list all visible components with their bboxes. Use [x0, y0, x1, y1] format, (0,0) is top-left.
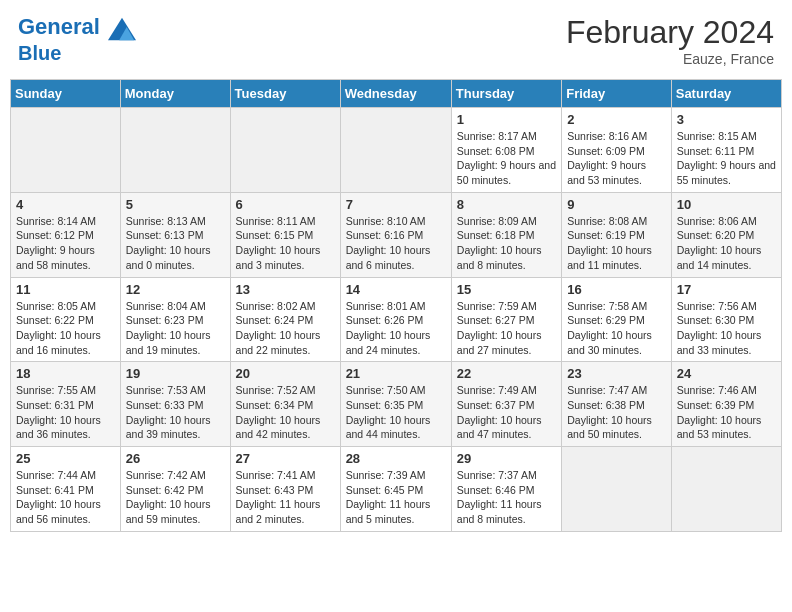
calendar-cell: 23Sunrise: 7:47 AMSunset: 6:38 PMDayligh… — [562, 362, 672, 447]
calendar-cell: 29Sunrise: 7:37 AMSunset: 6:46 PMDayligh… — [451, 447, 561, 532]
day-number: 13 — [236, 282, 335, 297]
day-info: Sunrise: 7:37 AMSunset: 6:46 PMDaylight:… — [457, 468, 556, 527]
weekday-header: Saturday — [671, 80, 781, 108]
day-number: 1 — [457, 112, 556, 127]
day-number: 27 — [236, 451, 335, 466]
day-number: 9 — [567, 197, 666, 212]
day-number: 15 — [457, 282, 556, 297]
calendar-cell: 4Sunrise: 8:14 AMSunset: 6:12 PMDaylight… — [11, 192, 121, 277]
weekday-header-row: SundayMondayTuesdayWednesdayThursdayFrid… — [11, 80, 782, 108]
calendar-cell: 11Sunrise: 8:05 AMSunset: 6:22 PMDayligh… — [11, 277, 121, 362]
day-number: 7 — [346, 197, 446, 212]
day-info: Sunrise: 8:10 AMSunset: 6:16 PMDaylight:… — [346, 214, 446, 273]
calendar-cell: 1Sunrise: 8:17 AMSunset: 6:08 PMDaylight… — [451, 108, 561, 193]
logo-blue: Blue — [18, 42, 136, 64]
calendar-cell: 16Sunrise: 7:58 AMSunset: 6:29 PMDayligh… — [562, 277, 672, 362]
calendar-cell: 17Sunrise: 7:56 AMSunset: 6:30 PMDayligh… — [671, 277, 781, 362]
day-number: 2 — [567, 112, 666, 127]
day-info: Sunrise: 7:56 AMSunset: 6:30 PMDaylight:… — [677, 299, 776, 358]
weekday-header: Monday — [120, 80, 230, 108]
calendar-cell — [11, 108, 121, 193]
calendar-cell — [671, 447, 781, 532]
calendar-week-row: 18Sunrise: 7:55 AMSunset: 6:31 PMDayligh… — [11, 362, 782, 447]
day-number: 4 — [16, 197, 115, 212]
weekday-header: Tuesday — [230, 80, 340, 108]
calendar-cell: 5Sunrise: 8:13 AMSunset: 6:13 PMDaylight… — [120, 192, 230, 277]
day-number: 18 — [16, 366, 115, 381]
day-number: 17 — [677, 282, 776, 297]
day-info: Sunrise: 8:16 AMSunset: 6:09 PMDaylight:… — [567, 129, 666, 188]
calendar-cell: 6Sunrise: 8:11 AMSunset: 6:15 PMDaylight… — [230, 192, 340, 277]
day-info: Sunrise: 8:05 AMSunset: 6:22 PMDaylight:… — [16, 299, 115, 358]
day-number: 26 — [126, 451, 225, 466]
calendar-cell: 24Sunrise: 7:46 AMSunset: 6:39 PMDayligh… — [671, 362, 781, 447]
day-info: Sunrise: 8:06 AMSunset: 6:20 PMDaylight:… — [677, 214, 776, 273]
calendar-cell: 22Sunrise: 7:49 AMSunset: 6:37 PMDayligh… — [451, 362, 561, 447]
logo-text: General — [18, 14, 136, 42]
day-info: Sunrise: 7:44 AMSunset: 6:41 PMDaylight:… — [16, 468, 115, 527]
day-info: Sunrise: 8:14 AMSunset: 6:12 PMDaylight:… — [16, 214, 115, 273]
day-info: Sunrise: 8:17 AMSunset: 6:08 PMDaylight:… — [457, 129, 556, 188]
day-number: 6 — [236, 197, 335, 212]
day-info: Sunrise: 8:15 AMSunset: 6:11 PMDaylight:… — [677, 129, 776, 188]
calendar-cell: 27Sunrise: 7:41 AMSunset: 6:43 PMDayligh… — [230, 447, 340, 532]
day-number: 19 — [126, 366, 225, 381]
calendar-cell: 26Sunrise: 7:42 AMSunset: 6:42 PMDayligh… — [120, 447, 230, 532]
day-number: 12 — [126, 282, 225, 297]
calendar-cell — [562, 447, 672, 532]
calendar-cell: 21Sunrise: 7:50 AMSunset: 6:35 PMDayligh… — [340, 362, 451, 447]
day-number: 16 — [567, 282, 666, 297]
day-number: 29 — [457, 451, 556, 466]
day-info: Sunrise: 7:46 AMSunset: 6:39 PMDaylight:… — [677, 383, 776, 442]
day-number: 8 — [457, 197, 556, 212]
day-info: Sunrise: 7:47 AMSunset: 6:38 PMDaylight:… — [567, 383, 666, 442]
location: Eauze, France — [566, 51, 774, 67]
calendar-cell: 14Sunrise: 8:01 AMSunset: 6:26 PMDayligh… — [340, 277, 451, 362]
calendar-table: SundayMondayTuesdayWednesdayThursdayFrid… — [10, 79, 782, 532]
month-year: February 2024 — [566, 14, 774, 51]
day-number: 20 — [236, 366, 335, 381]
weekday-header: Wednesday — [340, 80, 451, 108]
day-info: Sunrise: 7:50 AMSunset: 6:35 PMDaylight:… — [346, 383, 446, 442]
calendar-week-row: 11Sunrise: 8:05 AMSunset: 6:22 PMDayligh… — [11, 277, 782, 362]
day-info: Sunrise: 7:59 AMSunset: 6:27 PMDaylight:… — [457, 299, 556, 358]
day-number: 5 — [126, 197, 225, 212]
day-info: Sunrise: 7:39 AMSunset: 6:45 PMDaylight:… — [346, 468, 446, 527]
day-info: Sunrise: 8:02 AMSunset: 6:24 PMDaylight:… — [236, 299, 335, 358]
calendar-cell: 20Sunrise: 7:52 AMSunset: 6:34 PMDayligh… — [230, 362, 340, 447]
calendar-cell: 10Sunrise: 8:06 AMSunset: 6:20 PMDayligh… — [671, 192, 781, 277]
day-number: 24 — [677, 366, 776, 381]
calendar-cell — [120, 108, 230, 193]
calendar-cell: 15Sunrise: 7:59 AMSunset: 6:27 PMDayligh… — [451, 277, 561, 362]
calendar-cell: 7Sunrise: 8:10 AMSunset: 6:16 PMDaylight… — [340, 192, 451, 277]
calendar-cell: 18Sunrise: 7:55 AMSunset: 6:31 PMDayligh… — [11, 362, 121, 447]
weekday-header: Thursday — [451, 80, 561, 108]
logo: General Blue — [18, 14, 136, 64]
day-info: Sunrise: 8:08 AMSunset: 6:19 PMDaylight:… — [567, 214, 666, 273]
day-number: 23 — [567, 366, 666, 381]
calendar-cell: 28Sunrise: 7:39 AMSunset: 6:45 PMDayligh… — [340, 447, 451, 532]
day-info: Sunrise: 7:53 AMSunset: 6:33 PMDaylight:… — [126, 383, 225, 442]
day-number: 3 — [677, 112, 776, 127]
day-info: Sunrise: 7:49 AMSunset: 6:37 PMDaylight:… — [457, 383, 556, 442]
day-number: 11 — [16, 282, 115, 297]
day-info: Sunrise: 8:09 AMSunset: 6:18 PMDaylight:… — [457, 214, 556, 273]
day-info: Sunrise: 8:13 AMSunset: 6:13 PMDaylight:… — [126, 214, 225, 273]
day-info: Sunrise: 8:11 AMSunset: 6:15 PMDaylight:… — [236, 214, 335, 273]
page-header: General Blue February 2024 Eauze, France — [10, 10, 782, 71]
calendar-cell — [230, 108, 340, 193]
day-number: 14 — [346, 282, 446, 297]
calendar-week-row: 1Sunrise: 8:17 AMSunset: 6:08 PMDaylight… — [11, 108, 782, 193]
title-block: February 2024 Eauze, France — [566, 14, 774, 67]
day-number: 28 — [346, 451, 446, 466]
weekday-header: Sunday — [11, 80, 121, 108]
calendar-cell: 9Sunrise: 8:08 AMSunset: 6:19 PMDaylight… — [562, 192, 672, 277]
calendar-cell — [340, 108, 451, 193]
day-number: 25 — [16, 451, 115, 466]
day-number: 10 — [677, 197, 776, 212]
calendar-cell: 19Sunrise: 7:53 AMSunset: 6:33 PMDayligh… — [120, 362, 230, 447]
day-info: Sunrise: 7:58 AMSunset: 6:29 PMDaylight:… — [567, 299, 666, 358]
calendar-cell: 25Sunrise: 7:44 AMSunset: 6:41 PMDayligh… — [11, 447, 121, 532]
calendar-week-row: 25Sunrise: 7:44 AMSunset: 6:41 PMDayligh… — [11, 447, 782, 532]
calendar-cell: 2Sunrise: 8:16 AMSunset: 6:09 PMDaylight… — [562, 108, 672, 193]
